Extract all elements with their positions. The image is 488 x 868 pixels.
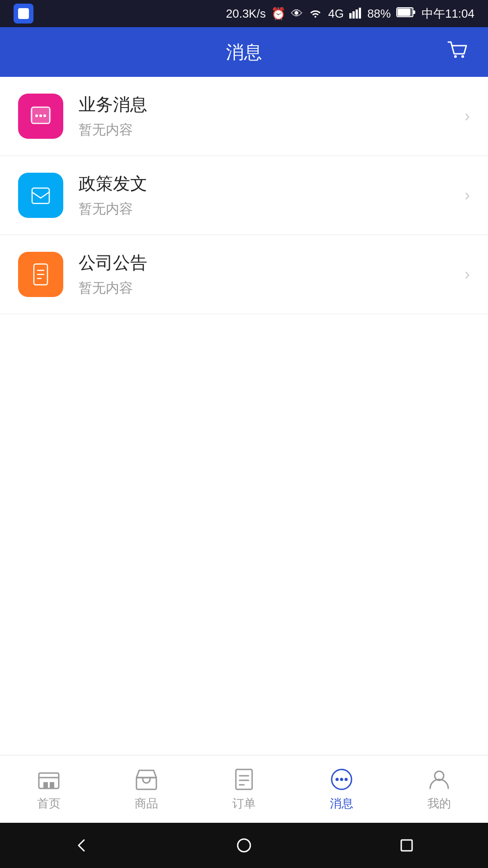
messages-nav-label: 消息 <box>330 796 353 811</box>
message-item-announcement[interactable]: 公司公告 暂无内容 › <box>0 235 488 314</box>
orders-nav-label: 订单 <box>232 796 256 811</box>
svg-point-13 <box>43 114 46 117</box>
announcement-chevron-icon: › <box>465 265 470 284</box>
home-button[interactable] <box>230 832 258 859</box>
svg-point-27 <box>340 778 343 781</box>
page-title: 消息 <box>226 40 262 65</box>
business-message-icon <box>18 94 63 139</box>
header: 消息 <box>0 27 488 77</box>
svg-rect-21 <box>236 769 252 789</box>
mine-nav-label: 我的 <box>427 796 451 811</box>
svg-point-11 <box>35 114 38 117</box>
current-time: 中午11:04 <box>422 6 474 22</box>
back-button[interactable] <box>68 832 95 859</box>
message-list: 业务消息 暂无内容 › 政策发文 暂无内容 › 公司 <box>0 77 488 755</box>
status-bar-left <box>14 4 33 24</box>
svg-rect-31 <box>401 840 412 851</box>
policy-message-text: 政策发文 暂无内容 <box>79 172 460 218</box>
nav-item-mine[interactable]: 我的 <box>390 767 488 811</box>
message-item-policy[interactable]: 政策发文 暂无内容 › <box>0 156 488 235</box>
home-nav-label: 首页 <box>37 796 61 811</box>
recents-button[interactable] <box>393 832 420 859</box>
nav-item-home[interactable]: 首页 <box>0 767 98 811</box>
svg-rect-17 <box>39 773 59 788</box>
announcement-message-text: 公司公告 暂无内容 <box>79 251 460 297</box>
svg-rect-7 <box>413 10 415 14</box>
svg-rect-4 <box>359 8 361 19</box>
orders-nav-icon <box>231 767 257 792</box>
policy-message-title: 政策发文 <box>79 172 460 195</box>
bottom-nav: 首页 商品 订单 <box>0 755 488 823</box>
signal-icon <box>349 6 362 22</box>
announcement-message-title: 公司公告 <box>79 251 460 274</box>
business-chevron-icon: › <box>465 107 470 126</box>
announcement-message-icon <box>18 252 63 297</box>
status-bar: 20.3K/s ⏰ 👁 4G 88% <box>0 0 488 27</box>
svg-point-8 <box>454 55 457 58</box>
business-message-title: 业务消息 <box>79 93 460 116</box>
svg-point-30 <box>238 839 250 852</box>
svg-point-28 <box>345 778 348 781</box>
battery-icon <box>396 6 416 22</box>
messages-nav-icon <box>329 767 354 792</box>
svg-point-12 <box>39 114 42 117</box>
message-item-business[interactable]: 业务消息 暂无内容 › <box>0 77 488 156</box>
policy-chevron-icon: › <box>465 186 470 205</box>
svg-rect-18 <box>43 782 48 788</box>
svg-point-9 <box>461 55 464 58</box>
nav-item-products[interactable]: 商品 <box>98 767 195 811</box>
business-message-text: 业务消息 暂无内容 <box>79 93 460 139</box>
announcement-message-subtitle: 暂无内容 <box>79 279 460 297</box>
svg-rect-0 <box>18 8 29 19</box>
system-nav-bar <box>0 823 488 868</box>
products-nav-icon <box>134 767 159 792</box>
home-nav-icon <box>36 767 61 792</box>
cart-button[interactable] <box>446 39 470 65</box>
mine-nav-icon <box>427 767 452 792</box>
eye-icon: 👁 <box>291 7 303 21</box>
nav-item-orders[interactable]: 订单 <box>195 767 293 811</box>
svg-rect-19 <box>50 782 54 788</box>
battery-percent: 88% <box>367 7 391 21</box>
svg-point-26 <box>336 778 339 781</box>
signal-4g: 4G <box>328 7 344 21</box>
alarm-icon: ⏰ <box>271 7 286 21</box>
app-icon <box>14 4 33 24</box>
policy-message-subtitle: 暂无内容 <box>79 200 460 218</box>
nav-item-messages[interactable]: 消息 <box>293 767 390 811</box>
svg-rect-3 <box>356 9 358 19</box>
business-message-subtitle: 暂无内容 <box>79 121 460 139</box>
svg-rect-2 <box>352 11 355 19</box>
status-bar-right: 20.3K/s ⏰ 👁 4G 88% <box>226 6 474 22</box>
policy-message-icon <box>18 173 63 218</box>
svg-rect-1 <box>349 13 352 19</box>
svg-rect-6 <box>398 9 410 16</box>
network-speed: 20.3K/s <box>226 7 266 21</box>
products-nav-label: 商品 <box>135 796 158 811</box>
wifi-icon <box>308 6 323 22</box>
